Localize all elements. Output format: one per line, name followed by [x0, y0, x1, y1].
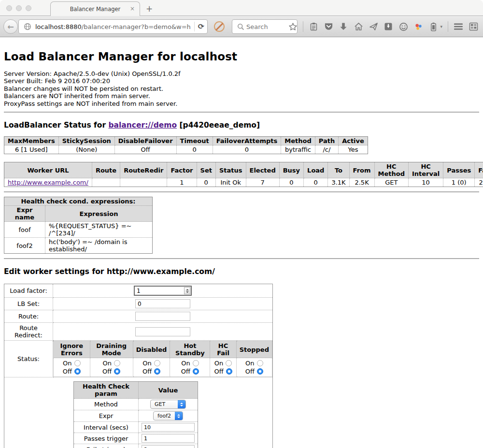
- hc-interval-label: Interval (secs): [74, 422, 139, 433]
- expr-table-title: Health check cond. expressions:: [4, 197, 153, 206]
- bookmark-star-icon[interactable]: [288, 22, 298, 31]
- reload-button[interactable]: ⟳: [198, 22, 204, 31]
- draining-mode-on-radio[interactable]: [114, 360, 120, 366]
- col-disabled: Disabled: [133, 341, 170, 358]
- col-expr-name: Expr name: [4, 206, 45, 222]
- colored-dots-extension-icon[interactable]: [413, 22, 423, 31]
- route-label: Route:: [4, 310, 53, 323]
- cell-hc-method: GET: [374, 178, 408, 187]
- new-tab-button[interactable]: +: [146, 4, 153, 14]
- save-to-device-icon[interactable]: [384, 22, 393, 31]
- col-to: To: [328, 162, 349, 178]
- url-path: /balancer-manager?b=demo&w=http://www.ex…: [82, 23, 191, 30]
- url-host: localhost:8880: [35, 23, 82, 30]
- route-redirect-row: Route Redirect:: [4, 323, 273, 341]
- hot-standby-off-radio[interactable]: [193, 368, 199, 375]
- toolbar-icons: ▾: [288, 16, 478, 37]
- hc-interval-input[interactable]: [142, 423, 195, 432]
- cell-timeout: 0: [176, 145, 213, 154]
- col-from: From: [349, 162, 374, 178]
- hc-fail-on-radio[interactable]: [226, 360, 232, 366]
- clipboard-icon[interactable]: [309, 22, 318, 31]
- hc-expr-select[interactable]: foof2: [153, 411, 183, 420]
- cell-elected: 7: [246, 178, 279, 187]
- route-redirect-input[interactable]: [135, 327, 190, 336]
- hc-fail-off-radio[interactable]: [226, 368, 232, 375]
- hc-passes-input[interactable]: [142, 434, 195, 443]
- on-label: On: [102, 359, 111, 367]
- on-label: On: [63, 359, 71, 367]
- hot-standby-on-radio[interactable]: [193, 360, 199, 366]
- cell-failoverattempts: 0: [213, 145, 281, 154]
- status-radio-row: On Off On Off On Off: [54, 358, 272, 377]
- stopped-off-radio[interactable]: [257, 368, 263, 375]
- route-input[interactable]: [135, 312, 190, 321]
- col-active: Active: [339, 137, 368, 145]
- hc-fails-input[interactable]: [142, 445, 195, 448]
- balancer-data-row: 6 [1 Used] (None) Off 0 0 bytraffic /c/ …: [4, 145, 368, 154]
- hc-fail-cell: On Off: [210, 358, 236, 377]
- menu-hamburger-icon[interactable]: [454, 22, 463, 31]
- url-bar[interactable]: localhost:8880/balancer-manager?b=demo&w…: [18, 19, 208, 34]
- cell-factor: 1: [167, 178, 197, 187]
- back-button[interactable]: ←: [3, 19, 18, 34]
- window-controls[interactable]: [6, 5, 31, 11]
- col-draining-mode: Draining Mode: [90, 341, 133, 358]
- pocket-icon[interactable]: [324, 22, 333, 31]
- lb-set-input[interactable]: [135, 299, 190, 308]
- health-expr-table: Health check cond. expressions: Expr nam…: [4, 197, 153, 254]
- download-icon[interactable]: [339, 22, 348, 31]
- divider: [4, 112, 479, 113]
- emoji-smiley-icon[interactable]: [398, 22, 408, 31]
- cell-busy: 0: [279, 178, 303, 187]
- tab-close-icon[interactable]: ×: [130, 5, 135, 12]
- disabled-cell: On Off: [133, 358, 170, 377]
- ignore-errors-off-radio[interactable]: [74, 368, 81, 375]
- balancer-demo-link[interactable]: balancer://demo: [108, 121, 177, 130]
- hc-method-row: Method GET: [74, 399, 198, 410]
- disabled-off-radio[interactable]: [154, 368, 160, 375]
- divider-2: [4, 191, 479, 192]
- col-method: Method: [281, 137, 315, 145]
- search-input[interactable]: [245, 23, 289, 31]
- persist-note-line: Balancer changes will NOT be persisted o…: [4, 85, 479, 92]
- cell-routeredir: [120, 178, 167, 187]
- lb-set-row: LB Set:: [4, 298, 273, 310]
- draining-mode-off-radio[interactable]: [114, 368, 120, 375]
- url-text[interactable]: localhost:8880/balancer-manager?b=demo&w…: [35, 23, 191, 30]
- adblock-icon[interactable]: [214, 21, 225, 32]
- col-route: Route: [92, 162, 120, 178]
- minimize-window-button[interactable]: [16, 5, 22, 11]
- hc-method-select[interactable]: GET: [150, 400, 186, 409]
- close-window-button[interactable]: [6, 5, 12, 11]
- col-hot-standby: Hot Standby: [170, 341, 210, 358]
- hc-expr-row: Expr foof2: [74, 410, 198, 422]
- tab-groups-grid-icon[interactable]: [469, 22, 478, 31]
- divider-3: [4, 258, 479, 259]
- edit-worker-heading: Edit worker settings for http://www.exam…: [4, 267, 479, 276]
- load-factor-input[interactable]: [135, 288, 184, 294]
- stopped-on-radio[interactable]: [257, 360, 263, 366]
- send-plane-icon[interactable]: [369, 22, 378, 31]
- cell-path: /c/: [315, 145, 338, 154]
- ignore-errors-on-radio[interactable]: [74, 360, 81, 366]
- col-hc-fail: HC Fail: [210, 341, 236, 358]
- status-table: Ignore Errors Draining Mode Disabled Hot…: [53, 341, 272, 377]
- col-stickysession: StickySession: [58, 137, 114, 145]
- worker-url-link[interactable]: http://www.example.com/: [8, 179, 88, 186]
- home-icon[interactable]: [354, 22, 363, 31]
- overflow-caret-icon[interactable]: ▾: [440, 24, 442, 29]
- cell-fails: 2 (0): [475, 178, 483, 187]
- col-hc-param: Health Check param: [74, 382, 139, 399]
- zoom-window-button[interactable]: [26, 5, 31, 11]
- number-stepper-icon[interactable]: [184, 287, 190, 294]
- disabled-on-radio[interactable]: [154, 360, 160, 366]
- tab-balancer-manager[interactable]: Balancer Manager ×: [50, 1, 140, 16]
- stopped-cell: On Off: [236, 358, 272, 377]
- route-row: Route:: [4, 310, 273, 323]
- hc-expr-selected-value: foof2: [154, 413, 175, 419]
- hc-passes-label: Passes trigger: [74, 433, 139, 444]
- select-arrows-icon: [178, 400, 185, 409]
- battery-extension-icon[interactable]: [428, 22, 438, 31]
- hc-header-row: Health Check param Value: [74, 382, 198, 399]
